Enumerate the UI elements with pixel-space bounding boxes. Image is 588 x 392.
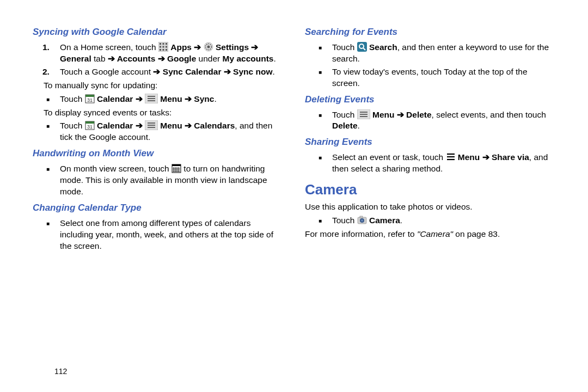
- heading-handwriting: Handwriting on Month View: [33, 148, 283, 160]
- menu-icon: [357, 109, 370, 119]
- settings-icon: [204, 42, 213, 52]
- bullet-share: Select an event or task, touch Menu ➔ Sh…: [332, 152, 555, 175]
- page-number: 112: [54, 366, 67, 377]
- camera-ref: For more information, refer to "Camera" …: [305, 229, 555, 240]
- heading-deleting: Deleting Events: [305, 94, 555, 106]
- bullet-handwriting: On month view screen, touch to turn on h…: [60, 163, 283, 198]
- apps-icon: [158, 42, 168, 52]
- menu-icon: [145, 94, 158, 103]
- bullet-search: Touch Search, and then enter a keyword t…: [332, 42, 555, 65]
- menu-lines-icon: [446, 152, 456, 162]
- left-column: Syncing with Google Calendar 1. On a Hom…: [33, 22, 283, 254]
- step-2: 2. Touch a Google account ➔ Sync Calenda…: [60, 66, 283, 78]
- heading-caltype: Changing Calendar Type: [33, 202, 283, 215]
- para-manual-sync: To manually sync for updating:: [44, 80, 283, 91]
- bullet-sync: Touch Calendar ➔ Menu ➔ Sync.: [60, 94, 283, 105]
- handwriting-icon: [171, 163, 181, 173]
- right-column: Searching for Events Touch Search, and t…: [305, 22, 555, 254]
- para-display-synced: To display synced events or tasks:: [44, 107, 283, 119]
- bullet-caltype: Select one from among different types of…: [60, 218, 283, 252]
- bullet-calendars: Touch Calendar ➔ Menu ➔ Calendars, and t…: [60, 120, 283, 143]
- calendar-icon: [85, 94, 95, 103]
- camera-desc: Use this application to take photos or v…: [305, 201, 555, 213]
- camera-icon: [357, 215, 367, 225]
- calendar-icon: [85, 120, 95, 130]
- search-icon: [357, 42, 367, 52]
- bullet-today: To view today's events, touch Today at t…: [332, 66, 555, 89]
- heading-syncing: Syncing with Google Calendar: [33, 26, 283, 39]
- heading-searching: Searching for Events: [305, 26, 555, 39]
- heading-sharing: Sharing Events: [305, 136, 555, 149]
- menu-icon: [145, 120, 158, 130]
- step-1: 1. On a Home screen, touch Apps ➔ Settin…: [60, 42, 283, 65]
- bullet-camera: Touch Camera.: [332, 215, 555, 226]
- bullet-delete: Touch Menu ➔ Delete, select events, and …: [332, 109, 555, 132]
- heading-camera: Camera: [305, 180, 555, 199]
